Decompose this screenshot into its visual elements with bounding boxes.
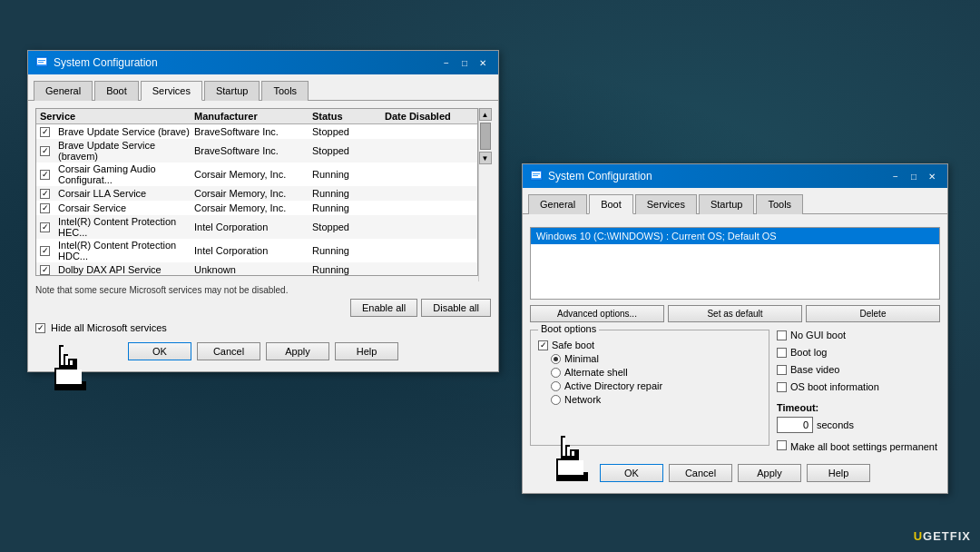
minimize-button-services[interactable]: −	[438, 55, 455, 70]
apply-button-boot[interactable]: Apply	[738, 464, 801, 482]
service-checkbox-2[interactable]	[40, 170, 50, 180]
services-scrollbar[interactable]: ▲ ▼	[478, 108, 491, 281]
tab-boot-tools[interactable]: Tools	[756, 194, 803, 214]
service-name-0: Brave Update Service (brave)	[58, 126, 194, 137]
service-status-7: Running	[312, 264, 385, 275]
make-permanent-row: Make all boot settings permanent	[777, 440, 940, 453]
maximize-button-services[interactable]: □	[456, 55, 473, 70]
svg-rect-1	[37, 58, 46, 64]
service-checkbox-7[interactable]	[40, 265, 50, 275]
tab-boot-services[interactable]: Services	[635, 194, 697, 214]
alternate-shell-radio[interactable]	[551, 368, 561, 378]
svg-rect-37	[54, 386, 86, 390]
tab-boot-startup[interactable]: Startup	[699, 194, 754, 214]
service-mfr-2: Corsair Memory, Inc.	[194, 169, 312, 180]
make-permanent-checkbox[interactable]	[777, 440, 787, 450]
timeout-input-row: seconds	[777, 417, 940, 433]
advanced-options-button[interactable]: Advanced options...	[530, 305, 664, 322]
service-checkbox-0[interactable]	[40, 127, 50, 137]
set-default-button[interactable]: Set as default	[668, 305, 802, 322]
disable-all-button[interactable]: Disable all	[421, 299, 491, 317]
services-bottom-buttons: OK Cancel Apply Help	[35, 339, 491, 364]
minimal-label: Minimal	[564, 353, 599, 364]
service-row-2[interactable]: Corsair Gaming Audio Configurat... Corsa…	[36, 163, 477, 186]
svg-rect-3	[38, 62, 44, 63]
svg-rect-36	[54, 381, 86, 386]
tab-general[interactable]: General	[34, 81, 93, 101]
cancel-button-boot[interactable]: Cancel	[669, 464, 732, 482]
svg-rect-2	[38, 60, 45, 61]
ok-button-services[interactable]: OK	[128, 342, 191, 360]
help-button-boot[interactable]: Help	[807, 464, 870, 482]
svg-rect-25	[54, 372, 59, 377]
scroll-up-arrow[interactable]: ▲	[479, 108, 492, 121]
network-radio[interactable]	[551, 395, 561, 405]
boot-log-checkbox[interactable]	[777, 348, 787, 358]
service-name-6: Intel(R) Content Protection HDC...	[58, 240, 194, 261]
minimize-button-boot[interactable]: −	[887, 169, 904, 183]
service-mfr-3: Corsair Memory, Inc.	[194, 188, 312, 199]
hide-ms-label: Hide all Microsoft services	[51, 322, 167, 333]
service-name-5: Intel(R) Content Protection HEC...	[58, 216, 194, 238]
title-buttons-services: − □ ✕	[438, 55, 491, 70]
service-row-4[interactable]: Corsair Service Corsair Memory, Inc. Run…	[36, 201, 477, 215]
apply-button-services[interactable]: Apply	[266, 342, 329, 360]
active-directory-label: Active Directory repair	[564, 380, 662, 391]
hide-ms-checkbox[interactable]	[35, 323, 45, 333]
alternate-shell-row: Alternate shell	[538, 367, 761, 378]
boot-entry-windows10[interactable]: Windows 10 (C:\WINDOWS) : Current OS; De…	[531, 228, 939, 244]
boot-log-label: Boot log	[790, 347, 827, 358]
service-name-1: Brave Update Service (bravem)	[58, 140, 194, 162]
tab-boot[interactable]: Boot	[94, 81, 139, 101]
no-gui-boot-checkbox[interactable]	[777, 330, 787, 340]
active-directory-radio[interactable]	[551, 381, 561, 391]
os-boot-info-checkbox[interactable]	[777, 382, 787, 392]
boot-bottom-buttons: OK Cancel Apply Help	[530, 460, 940, 486]
close-button-boot[interactable]: ✕	[924, 169, 940, 183]
scroll-down-arrow[interactable]: ▼	[479, 152, 492, 164]
service-checkbox-1[interactable]	[40, 146, 50, 156]
service-row-3[interactable]: Corsair LLA Service Corsair Memory, Inc.…	[36, 186, 477, 201]
svg-rect-26	[59, 372, 64, 377]
enable-all-button[interactable]: Enable all	[350, 299, 417, 317]
cancel-button-services[interactable]: Cancel	[197, 342, 260, 360]
service-row-7[interactable]: Dolby DAX API Service Unknown Running	[36, 262, 477, 276]
service-checkbox-3[interactable]	[40, 189, 50, 199]
timeout-input[interactable]	[777, 417, 813, 433]
timeout-section: Timeout: seconds	[777, 402, 940, 433]
os-boot-info-label: OS boot information	[790, 381, 879, 392]
boot-log-row: Boot log	[777, 347, 940, 358]
service-row-1[interactable]: Brave Update Service (bravem) BraveSoftw…	[36, 139, 477, 163]
service-checkbox-6[interactable]	[40, 246, 50, 256]
tab-services[interactable]: Services	[141, 81, 202, 101]
tab-startup[interactable]: Startup	[204, 81, 260, 101]
no-gui-boot-label: No GUI boot	[790, 330, 846, 340]
service-row-0[interactable]: Brave Update Service (brave) BraveSoftwa…	[36, 124, 477, 139]
service-name-7: Dolby DAX API Service	[58, 264, 194, 275]
os-boot-info-row: OS boot information	[777, 381, 940, 392]
svg-rect-5	[532, 172, 541, 178]
col-status: Status	[312, 111, 385, 122]
scroll-thumb[interactable]	[480, 123, 491, 150]
service-checkbox-4[interactable]	[40, 203, 50, 213]
services-list: Service Manufacturer Status Date Disable…	[35, 108, 478, 276]
maximize-button-boot[interactable]: □	[906, 169, 922, 183]
svg-rect-32	[64, 377, 68, 381]
system-config-icon-2	[530, 170, 543, 182]
service-row-6[interactable]: Intel(R) Content Protection HDC... Intel…	[36, 239, 477, 262]
svg-rect-27	[64, 372, 68, 377]
safe-boot-checkbox[interactable]	[538, 340, 548, 350]
minimal-radio[interactable]	[551, 354, 561, 364]
ok-button-boot[interactable]: OK	[600, 464, 663, 482]
close-button-services[interactable]: ✕	[475, 55, 491, 70]
alternate-shell-label: Alternate shell	[564, 367, 628, 378]
tab-boot-boot[interactable]: Boot	[589, 194, 633, 214]
tab-boot-general[interactable]: General	[528, 194, 587, 214]
service-checkbox-5[interactable]	[40, 222, 50, 232]
service-row-5[interactable]: Intel(R) Content Protection HEC... Intel…	[36, 215, 477, 239]
base-video-checkbox[interactable]	[777, 365, 787, 375]
tab-tools[interactable]: Tools	[261, 81, 309, 101]
service-mfr-0: BraveSoftware Inc.	[194, 126, 312, 137]
help-button-services[interactable]: Help	[335, 342, 398, 360]
delete-boot-button[interactable]: Delete	[806, 305, 940, 322]
